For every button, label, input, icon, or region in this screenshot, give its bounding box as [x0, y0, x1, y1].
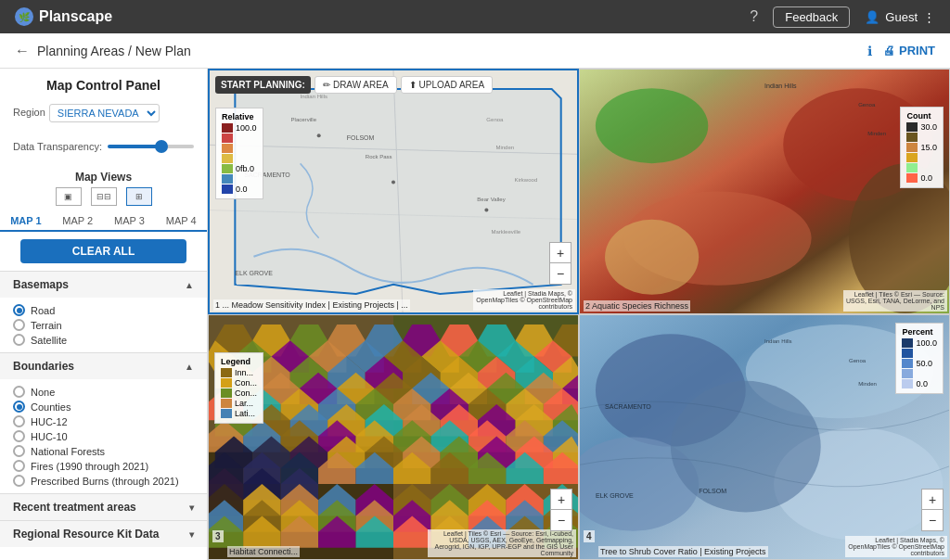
back-button[interactable]: ←: [15, 43, 30, 59]
draw-icon: ✏: [323, 80, 330, 90]
upload-area-button[interactable]: ⬆ UPLOAD AREA: [401, 76, 494, 94]
draw-area-button[interactable]: ✏ DRAW AREA: [315, 76, 397, 94]
map-view-dual[interactable]: ⊟⊟: [91, 187, 117, 206]
legend-color-1: [222, 123, 233, 133]
boundaries-section-header[interactable]: Boundaries ▲: [0, 352, 207, 379]
map2-svg: Indian Hills Genoa Minden: [580, 70, 949, 313]
boundary-none[interactable]: None: [13, 386, 194, 398]
print-button[interactable]: 🖨 PRINT: [883, 44, 935, 57]
recent-treatment-header[interactable]: Recent treatment areas ▾: [0, 493, 207, 520]
svg-text:Minden: Minden: [858, 381, 877, 387]
map3-label: Habitat Connecti...: [227, 546, 300, 557]
count-item-2: [906, 133, 937, 142]
breadcrumb-right: ℹ 🖨 PRINT: [867, 44, 935, 58]
topbar-right: ? Feedback 👤 Guest ⋮: [750, 6, 935, 28]
clear-all-button[interactable]: CLEAR ALL: [20, 239, 186, 263]
map-panel-4[interactable]: SACRAMENTO ELK GROVE FOLSOM Indian Hills…: [579, 314, 950, 560]
basemap-satellite[interactable]: Satellite: [13, 334, 194, 346]
map4-background: SACRAMENTO ELK GROVE FOLSOM Indian Hills…: [580, 315, 949, 559]
regional-resource-header[interactable]: Regional Resource Kit Data ▾: [0, 520, 207, 547]
basemap-road-radio[interactable]: [13, 304, 25, 316]
upload-icon: ⬆: [409, 80, 417, 90]
zoom-in-1[interactable]: +: [550, 243, 571, 263]
zoom-out-3[interactable]: −: [551, 510, 571, 530]
boundary-counties[interactable]: Counties: [13, 401, 194, 413]
map3-attribution: Leaflet | Tiles © Esri — Source: Esri, i…: [428, 529, 576, 557]
map-view-single[interactable]: ▣: [56, 187, 82, 206]
map-panel-3[interactable]: Legend Inn... Con... Con... Lar...: [208, 314, 579, 560]
zoom-out-1[interactable]: −: [550, 263, 571, 284]
boundary-fires-radio[interactable]: [13, 460, 25, 472]
boundary-fires[interactable]: Fires (1990 through 2021): [13, 460, 194, 472]
boundary-prescribed-radio[interactable]: [13, 475, 25, 487]
logo-icon: 🌿: [15, 7, 33, 26]
percent-val-3: 50.0: [916, 359, 932, 368]
map-panel-1[interactable]: SACRAMENTO ELK GROVE Placerville Bear Va…: [208, 69, 579, 314]
boundary-huc10[interactable]: HUC-10: [13, 430, 194, 442]
map2-legend-title: Count: [906, 111, 937, 121]
map3-background: [209, 315, 578, 559]
map-view-quad[interactable]: ⊞: [126, 187, 152, 206]
recent-treatment-chevron: ▾: [189, 503, 194, 513]
svg-text:FOLSOM: FOLSOM: [347, 134, 375, 141]
legend-color-4: [222, 154, 233, 163]
boundary-natforests-radio[interactable]: [13, 445, 25, 457]
boundary-prescribed[interactable]: Prescribed Burns (through 2021): [13, 475, 194, 487]
tab-map1[interactable]: MAP 1: [0, 211, 52, 232]
basemap-satellite-radio[interactable]: [13, 334, 25, 346]
boundary-natforests[interactable]: National Forests: [13, 445, 194, 457]
zoom-in-4[interactable]: +: [922, 490, 943, 510]
svg-text:Kirkwood: Kirkwood: [515, 177, 538, 183]
boundary-huc10-radio[interactable]: [13, 430, 25, 442]
help-icon[interactable]: ?: [750, 8, 758, 25]
map3-legend-label-1: Inn...: [235, 368, 253, 377]
tab-map3[interactable]: MAP 3: [104, 211, 156, 230]
feedback-button[interactable]: Feedback: [773, 6, 850, 28]
basemaps-section-header[interactable]: Basemaps ▲: [0, 271, 207, 298]
upload-area-label: UPLOAD AREA: [419, 80, 485, 90]
topbar-left: 🌿 Planscape: [15, 7, 112, 26]
boundary-huc12-radio[interactable]: [13, 415, 25, 427]
boundaries-chevron: ▲: [185, 362, 194, 372]
print-icon: 🖨: [883, 44, 895, 57]
map1-legend-title: Relative: [222, 112, 257, 121]
svg-text:ELK GROVE: ELK GROVE: [596, 492, 634, 500]
topbar: 🌿 Planscape ? Feedback 👤 Guest ⋮: [0, 0, 950, 33]
transparency-slider[interactable]: [108, 145, 194, 148]
user-menu[interactable]: 👤 Guest ⋮: [865, 10, 935, 24]
logo-text: Planscape: [39, 8, 112, 25]
map2-background: Indian Hills Genoa Minden: [580, 70, 949, 313]
boundary-fires-label: Fires (1990 through 2021): [31, 461, 148, 472]
tab-map4[interactable]: MAP 4: [155, 211, 207, 230]
region-dropdown[interactable]: SIERRA NEVADA: [49, 104, 160, 122]
basemap-road[interactable]: Road: [13, 304, 194, 316]
boundary-counties-label: Counties: [31, 401, 71, 413]
logo: 🌿 Planscape: [15, 7, 112, 26]
user-avatar-icon: 👤: [865, 10, 879, 24]
boundary-counties-radio[interactable]: [13, 401, 25, 413]
boundary-none-radio[interactable]: [13, 386, 25, 398]
basemap-terrain[interactable]: Terrain: [13, 319, 194, 331]
tab-map2[interactable]: MAP 2: [52, 211, 104, 230]
map-view-icons: ▣ ⊟⊟ ⊞: [0, 187, 207, 211]
basemap-terrain-radio[interactable]: [13, 319, 25, 331]
map-panel-2[interactable]: Indian Hills Genoa Minden Count 30.0 15.…: [579, 69, 950, 314]
legend-val-1: 100.0: [236, 123, 257, 133]
boundary-options: None Counties HUC-12 HUC-10 National For…: [0, 379, 207, 493]
regional-resource-label: Regional Resource Kit Data: [13, 528, 159, 541]
info-icon[interactable]: ℹ: [867, 44, 872, 58]
count-color-6: [906, 173, 918, 183]
zoom-out-4[interactable]: −: [922, 510, 943, 530]
basemap-satellite-label: Satellite: [31, 335, 67, 346]
user-label: Guest: [885, 10, 918, 24]
legend-item-6: [222, 174, 257, 184]
legend-item-2: [222, 134, 257, 143]
legend-color-2: [222, 134, 233, 143]
map-views-label: Map Views: [0, 165, 207, 187]
percent-item-4: [902, 369, 937, 378]
boundary-huc12[interactable]: HUC-12: [13, 415, 194, 427]
boundary-huc10-label: HUC-10: [31, 431, 68, 442]
map4-attribution: Leaflet | Stadia Maps, ©OpenMapTiles © O…: [845, 536, 947, 557]
count-item-1: 30.0: [906, 122, 937, 132]
zoom-in-3[interactable]: +: [551, 490, 571, 510]
